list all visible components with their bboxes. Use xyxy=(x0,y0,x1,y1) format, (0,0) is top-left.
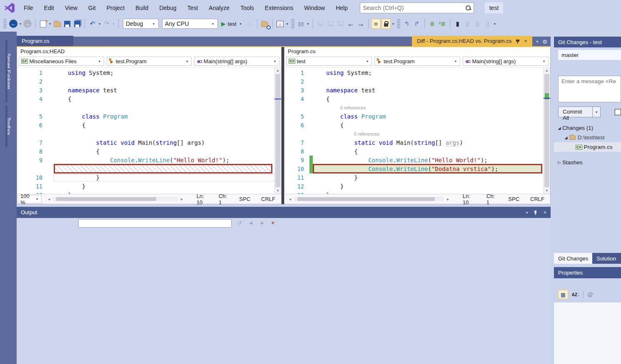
code-line[interactable]: 13} xyxy=(284,191,543,194)
scroll-right-icon[interactable]: ► xyxy=(444,197,452,201)
member-dropdown[interactable]: ◆Main(string[] args)▾ xyxy=(463,57,549,66)
line-number[interactable]: 10 xyxy=(284,166,309,172)
code-text[interactable]: using System; xyxy=(54,69,274,76)
menu-item-test[interactable]: Test xyxy=(182,3,204,13)
line-number[interactable]: 8 xyxy=(284,148,309,155)
line-number[interactable]: 2 xyxy=(284,78,309,85)
redo-button[interactable]: ↷ xyxy=(102,19,111,29)
menu-item-help[interactable]: Help xyxy=(330,3,353,13)
right-vertical-scrollbar[interactable]: ▲ ▼ xyxy=(543,67,550,194)
line-number[interactable]: 8 xyxy=(17,148,54,155)
changes-group-row[interactable]: ◢ Changes (1) xyxy=(554,123,621,133)
line-number[interactable]: 3 xyxy=(284,87,309,94)
scrollbar-track[interactable] xyxy=(274,74,281,188)
search-input[interactable] xyxy=(363,5,465,11)
window-position-dropdown-icon[interactable]: ▾ xyxy=(526,210,528,215)
code-line[interactable]: 8 { xyxy=(284,147,543,156)
code-line[interactable]: 1using System; xyxy=(284,68,543,77)
tab-git-changes[interactable]: Git Changes xyxy=(554,253,592,264)
code-line[interactable]: 7 static void Main(string[] args) xyxy=(284,138,543,147)
toolbar-grip[interactable] xyxy=(291,19,294,28)
code-line[interactable]: 3namespace test xyxy=(284,86,543,94)
menu-item-analyze[interactable]: Analyze xyxy=(203,3,235,13)
line-number[interactable]: 5 xyxy=(17,113,54,120)
diff-added-row[interactable]: 10 Console.WriteLine("Dodatna vrstica"); xyxy=(284,164,543,173)
line-number[interactable]: 4 xyxy=(284,96,309,102)
code-line[interactable]: 11 } xyxy=(284,173,543,182)
code-line[interactable]: 12} xyxy=(17,191,274,194)
save-all-button[interactable] xyxy=(72,19,82,29)
previous-difference-button[interactable]: ← xyxy=(346,19,355,29)
code-text[interactable]: { xyxy=(54,96,274,102)
close-icon[interactable]: × xyxy=(543,209,546,215)
code-line[interactable]: 2 xyxy=(17,77,274,86)
scroll-down-icon[interactable]: ▼ xyxy=(544,188,550,194)
gear-icon[interactable]: ⚙ xyxy=(541,39,551,46)
code-line[interactable]: 2 xyxy=(284,77,543,86)
left-horizontal-scrollbar[interactable]: ◄► xyxy=(45,197,186,201)
start-debugging-button[interactable]: ▶test▾ xyxy=(221,20,243,27)
code-line[interactable]: 6 { xyxy=(284,121,543,129)
prev-message-icon[interactable]: ◄ xyxy=(248,220,253,226)
line-number[interactable]: 7 xyxy=(284,139,309,146)
next-difference-button[interactable]: → xyxy=(356,19,365,29)
line-number[interactable]: 5 xyxy=(284,113,309,120)
previous-comment-button[interactable] xyxy=(326,19,335,29)
code-line[interactable]: 5 class Program xyxy=(284,112,543,121)
line-number[interactable]: 4 xyxy=(17,96,54,102)
new-file-button[interactable] xyxy=(38,19,47,29)
next-diff-region-button[interactable]: ↱ xyxy=(412,19,421,29)
menu-item-tools[interactable]: Tools xyxy=(235,3,259,13)
find-in-files-button[interactable] xyxy=(260,19,269,29)
new-file-dropdown-icon[interactable]: ▾ xyxy=(48,22,52,26)
line-number[interactable]: 1 xyxy=(17,69,54,76)
code-text[interactable]: { xyxy=(313,148,543,155)
open-file-button[interactable] xyxy=(52,19,62,29)
clear-all-icon[interactable]: × xyxy=(272,220,274,226)
show-output-from-select[interactable] xyxy=(78,219,232,228)
code-line[interactable]: 9 Console.WriteLine("Hello World!"); xyxy=(284,156,543,164)
line-number[interactable]: 2 xyxy=(17,78,54,85)
account-badge[interactable]: test xyxy=(485,2,503,13)
line-number[interactable]: 6 xyxy=(284,122,309,129)
pin-icon[interactable] xyxy=(534,210,537,215)
categorized-view-button[interactable]: ▦ xyxy=(558,290,568,299)
left-code-editor[interactable]: 1using System;23namespace test4{5 class … xyxy=(17,67,274,194)
bookmarks-dropdown-icon[interactable]: ▾ xyxy=(493,22,497,26)
menu-item-file[interactable]: File xyxy=(18,3,39,13)
code-line[interactable]: 8 { xyxy=(17,147,274,156)
right-horizontal-scrollbar[interactable]: ◄► xyxy=(286,197,452,201)
code-text[interactable]: static void Main(string[] args) xyxy=(54,139,274,146)
scrollbar-thumb[interactable] xyxy=(544,74,549,187)
code-line[interactable]: 12 } xyxy=(284,182,543,191)
decrease-indent-button[interactable]: ≣ xyxy=(428,19,437,29)
scroll-left-icon[interactable]: ◄ xyxy=(286,197,294,201)
commit-all-button[interactable]: Commit All▾ xyxy=(558,106,601,117)
clear-bookmarks-button[interactable]: ▯ xyxy=(483,19,492,29)
code-line[interactable]: 4{ xyxy=(17,94,274,103)
previous-bookmark-button[interactable]: ▯ xyxy=(463,19,472,29)
scrollbar-thumb[interactable] xyxy=(297,197,435,201)
hot-reload-button[interactable]: ♨ xyxy=(245,19,254,29)
git-changes-panel-header[interactable]: Git Changes - test xyxy=(554,37,621,47)
code-text[interactable]: { xyxy=(313,122,543,129)
search-box[interactable] xyxy=(360,2,474,13)
line-number[interactable]: 1 xyxy=(284,69,309,76)
next-bookmark-button[interactable]: ▯ xyxy=(473,19,482,29)
toolbar-grip[interactable] xyxy=(3,19,7,28)
branch-select[interactable]: master xyxy=(558,50,621,60)
menu-item-git[interactable]: Git xyxy=(83,3,101,13)
code-line[interactable]: 4{ xyxy=(284,94,543,103)
left-vertical-scrollbar[interactable]: ▲ ▼ xyxy=(274,67,281,194)
zoom-select[interactable]: 100 %▾ xyxy=(18,195,42,203)
search-icon[interactable] xyxy=(465,5,471,11)
navigate-forward-button[interactable]: → xyxy=(23,19,32,29)
project-dropdown[interactable]: C#Miscellaneous Files▾ xyxy=(19,57,104,66)
code-text[interactable]: namespace test xyxy=(313,87,543,94)
next-comment-button[interactable] xyxy=(336,19,345,29)
alignment-spacer-row[interactable] xyxy=(17,103,274,112)
tab-solution-explorer[interactable]: Solution xyxy=(592,253,621,264)
solution-platform-select[interactable]: Any CPU▾ xyxy=(162,19,218,29)
scroll-left-icon[interactable]: ◄ xyxy=(45,197,53,201)
tab-program-cs[interactable]: Program.cs xyxy=(17,36,73,46)
